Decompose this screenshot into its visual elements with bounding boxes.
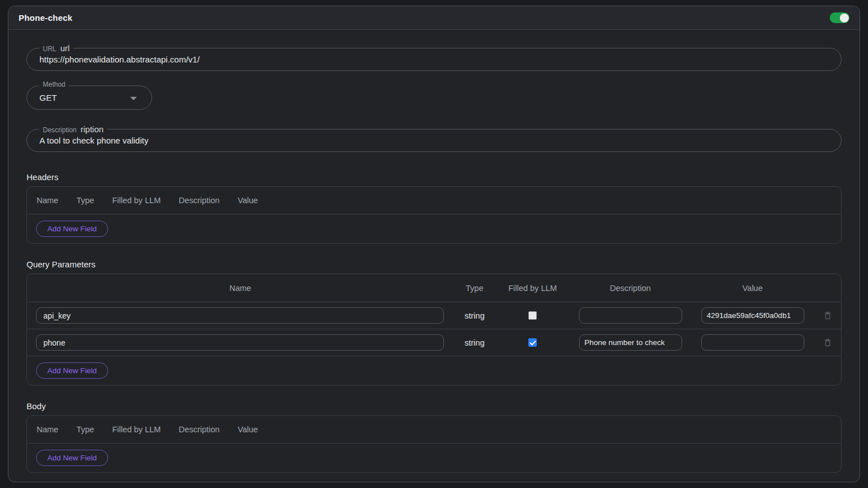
method-selected-value: GET [39, 93, 57, 102]
param-type-cell: string [453, 311, 496, 320]
description-field: Description ription [26, 129, 842, 152]
param-value-cell [691, 307, 814, 324]
col-name: Name [37, 425, 59, 434]
headers-table-header: Name Type Filled by LLM Description Valu… [27, 187, 841, 214]
chevron-down-icon [130, 97, 137, 100]
col-type: Type [77, 196, 94, 205]
col-description: Description [569, 284, 691, 293]
param-delete-cell [814, 338, 841, 347]
method-select[interactable]: Method GET [26, 86, 152, 110]
query-parameters-table-footer: Add New Field [27, 356, 841, 385]
url-field: URL url [26, 48, 842, 71]
headers-table-footer: Add New Field [27, 214, 841, 243]
param-description-input[interactable] [579, 334, 682, 351]
param-description-cell [569, 307, 691, 324]
param-type-cell: string [453, 338, 496, 347]
col-description: Description [179, 425, 220, 434]
col-filled-by-llm: Filled by LLM [112, 425, 161, 434]
col-description: Description [179, 196, 220, 205]
tool-config-panel: Phone-check URL url Method GET Descripti… [8, 6, 860, 482]
col-name: Name [27, 284, 453, 293]
param-value-cell [691, 334, 814, 351]
headers-add-new-field-button[interactable]: Add New Field [36, 221, 108, 237]
col-name: Name [37, 196, 59, 205]
col-value: Value [238, 196, 258, 205]
param-delete-cell [814, 311, 841, 320]
body-table-header: Name Type Filled by LLM Description Valu… [27, 416, 841, 444]
param-type-text: string [465, 311, 484, 320]
query-param-row: string [27, 302, 841, 329]
trash-icon[interactable] [824, 338, 832, 347]
method-field-label: Method [39, 80, 69, 89]
panel-header: Phone-check [8, 6, 860, 30]
col-filled-by-llm: Filled by LLM [496, 284, 569, 293]
query-parameters-table: Name Type Filled by LLM Description Valu… [26, 274, 842, 386]
col-filled-by-llm: Filled by LLM [112, 196, 161, 205]
headers-table: Name Type Filled by LLM Description Valu… [26, 186, 842, 244]
trash-icon[interactable] [824, 311, 832, 320]
body-section-title: Body [26, 401, 842, 411]
param-type-text: string [465, 338, 484, 347]
body-table: Name Type Filled by LLM Description Valu… [26, 415, 842, 473]
tool-enabled-toggle[interactable] [830, 12, 849, 23]
query-parameters-add-new-field-button[interactable]: Add New Field [36, 362, 108, 379]
body-add-new-field-button[interactable]: Add New Field [36, 450, 108, 466]
filled-by-llm-checkbox[interactable] [528, 311, 537, 320]
query-param-row: string [27, 329, 841, 356]
param-description-input[interactable] [579, 307, 682, 324]
query-parameters-section-title: Query Parameters [26, 259, 842, 269]
param-name-cell [27, 307, 453, 324]
query-parameters-table-header: Name Type Filled by LLM Description Valu… [27, 274, 841, 302]
description-input[interactable] [27, 129, 841, 151]
headers-section-title: Headers [26, 172, 842, 182]
col-type: Type [453, 284, 496, 293]
body-table-footer: Add New Field [27, 444, 841, 472]
param-name-input[interactable] [36, 334, 444, 351]
query-parameters-rows: string string [27, 302, 841, 356]
param-description-cell [569, 334, 691, 351]
param-filled-cell [496, 311, 569, 320]
param-name-cell [27, 334, 453, 351]
col-value: Value [238, 425, 258, 434]
panel-title: Phone-check [19, 13, 73, 23]
toggle-knob [840, 14, 849, 23]
param-filled-cell [496, 338, 569, 347]
col-type: Type [77, 425, 94, 434]
param-name-input[interactable] [36, 307, 444, 324]
url-input[interactable] [27, 48, 841, 70]
panel-body: URL url Method GET Description ription H… [8, 48, 860, 488]
param-value-input[interactable] [701, 307, 804, 324]
filled-by-llm-checkbox[interactable] [528, 338, 537, 347]
param-value-input[interactable] [701, 334, 804, 351]
col-value: Value [691, 284, 814, 293]
